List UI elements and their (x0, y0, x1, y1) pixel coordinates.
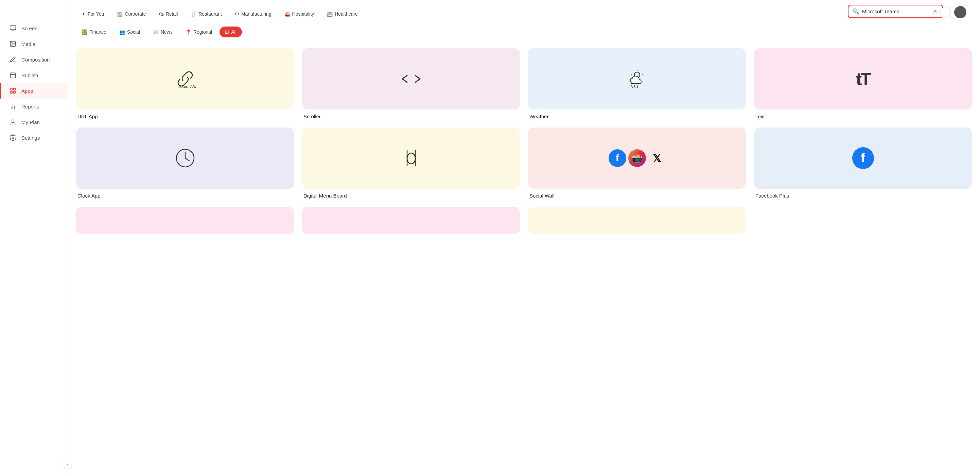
sidebar-item-label: Publish (21, 72, 38, 78)
app-thumbnail-partial2 (302, 207, 520, 234)
media-icon (9, 40, 17, 48)
tab-corporate[interactable]: 🏢Corporate (111, 8, 151, 19)
app-thumbnail-clock (76, 128, 294, 189)
tab-restaurant[interactable]: 🍴Restaurant (185, 8, 227, 19)
regional-tab-icon: 📍 (186, 29, 191, 35)
screen-icon (9, 24, 17, 32)
settings-icon (9, 134, 17, 141)
restaurant-tab-icon: 🍴 (191, 11, 196, 17)
app-card-clock[interactable]: Clock App (76, 128, 294, 198)
app-thumbnail-socialwall: f 📸 𝕏 (528, 128, 746, 189)
sidebar-item-reports[interactable]: Reports (0, 99, 68, 114)
svg-line-21 (185, 158, 189, 161)
app-card-partial3[interactable] (528, 207, 746, 234)
apps-icon (9, 87, 17, 94)
sidebar-item-label: Reports (21, 104, 40, 110)
user-avatar[interactable] (954, 6, 966, 18)
partial-apps-row (76, 207, 972, 234)
main-content: ✦For You🏢Corporate🛍Retail🍴Restaurant⚙Man… (68, 0, 980, 476)
tab-finance[interactable]: 💹Finance (76, 27, 112, 37)
search-box-container: 🔍 ✕ (848, 5, 943, 18)
hospitality-tab-icon: 🏨 (285, 11, 290, 17)
app-card-weather[interactable]: Weather (528, 48, 746, 119)
svg-rect-3 (11, 73, 16, 78)
svg-rect-6 (14, 91, 16, 94)
app-thumbnail-text: tT (754, 48, 972, 110)
apps-grid: https://www URL App Scroller (76, 48, 972, 198)
sidebar-nav: Screen Media Composition Publish Apps Re… (0, 21, 68, 145)
app-label-facebook: Facebook Plus (754, 193, 972, 198)
facebook-plus-icon: f (852, 147, 874, 169)
tab-healthcare[interactable]: 🏥Healthcare (321, 8, 363, 19)
svg-rect-7 (11, 91, 13, 94)
sidebar-item-label: My Plan (21, 119, 40, 125)
app-label-socialwall: Social Wall (528, 193, 746, 198)
svg-line-18 (637, 86, 638, 88)
myplan-icon (9, 118, 17, 126)
sidebar-item-screen[interactable]: Screen (0, 21, 68, 36)
svg-rect-5 (14, 88, 16, 91)
app-label-weather: Weather (528, 113, 746, 119)
tab-foryou[interactable]: ✦For You (76, 8, 110, 19)
x-icon: 𝕏 (648, 149, 666, 167)
app-card-socialwall[interactable]: f 📸 𝕏 Social Wall (528, 128, 746, 198)
sidebar-item-label: Composition (21, 57, 49, 62)
app-label-url: URL App (76, 113, 294, 119)
instagram-icon: 📸 (628, 149, 646, 167)
foryou-tab-icon: ✦ (81, 11, 86, 17)
search-input[interactable] (862, 8, 930, 14)
tab-news[interactable]: 📰News (148, 27, 178, 37)
sidebar-item-settings[interactable]: Settings (0, 130, 68, 145)
sidebar-item-label: Apps (21, 88, 33, 94)
app-thumbnail-scroller (302, 48, 520, 110)
apps-content: https://www URL App Scroller (68, 42, 980, 476)
app-card-facebook[interactable]: f Facebook Plus (754, 128, 972, 198)
app-thumbnail-partial3 (528, 207, 746, 234)
app-label-menuboard: Digital Menu Board (302, 193, 520, 198)
svg-text:https://www: https://www (178, 85, 196, 88)
social-tab-icon: 👥 (119, 29, 125, 35)
sidebar-item-composition[interactable]: Composition (0, 52, 68, 67)
finance-tab-icon: 💹 (81, 29, 88, 35)
sidebar-collapse-button[interactable]: ‹ (63, 460, 72, 469)
app-card-menuboard[interactable]: Digital Menu Board (302, 128, 520, 198)
news-tab-icon: 📰 (153, 29, 159, 35)
all-tab-icon: ⊞ (225, 29, 229, 35)
corporate-tab-icon: 🏢 (117, 11, 123, 17)
category-tabs-row1: ✦For You🏢Corporate🛍Retail🍴Restaurant⚙Man… (76, 8, 845, 19)
search-icon: 🔍 (853, 8, 859, 14)
logo (0, 7, 68, 21)
sidebar-item-label: Media (21, 41, 35, 47)
help-button[interactable] (940, 7, 951, 18)
app-card-scroller[interactable]: Scroller (302, 48, 520, 119)
tab-regional[interactable]: 📍Regional (180, 27, 218, 37)
composition-icon (9, 56, 17, 63)
app-thumbnail-weather (528, 48, 746, 110)
tab-hospitality[interactable]: 🏨Hospitality (279, 8, 320, 19)
svg-line-16 (632, 86, 632, 88)
app-card-partial2[interactable] (302, 207, 520, 234)
sidebar-item-label: Settings (21, 135, 40, 141)
svg-rect-4 (11, 88, 13, 91)
sidebar-item-media[interactable]: Media (0, 36, 68, 52)
sidebar-item-publish[interactable]: Publish (0, 67, 68, 83)
svg-point-2 (11, 43, 13, 43)
tab-all[interactable]: ⊞All (220, 27, 242, 37)
sidebar-item-label: Screen (21, 26, 38, 31)
app-label-text: Text (754, 113, 972, 119)
app-card-text[interactable]: tT Text (754, 48, 972, 119)
app-thumbnail-menuboard (302, 128, 520, 189)
app-label-scroller: Scroller (302, 113, 520, 119)
app-card-partial1[interactable] (76, 207, 294, 234)
tab-manufacturing[interactable]: ⚙Manufacturing (229, 8, 277, 19)
sidebar-item-myplan[interactable]: My Plan (0, 114, 68, 130)
manufacturing-tab-icon: ⚙ (235, 11, 239, 17)
tab-social[interactable]: 👥Social (114, 27, 145, 37)
sidebar-item-apps[interactable]: Apps (0, 83, 68, 99)
app-thumbnail-url: https://www (76, 48, 294, 110)
tab-retail[interactable]: 🛍Retail (154, 8, 183, 19)
svg-point-24 (407, 153, 415, 164)
app-card-url[interactable]: https://www URL App (76, 48, 294, 119)
topbar-right (933, 3, 973, 22)
app-label-clock: Clock App (76, 193, 294, 198)
